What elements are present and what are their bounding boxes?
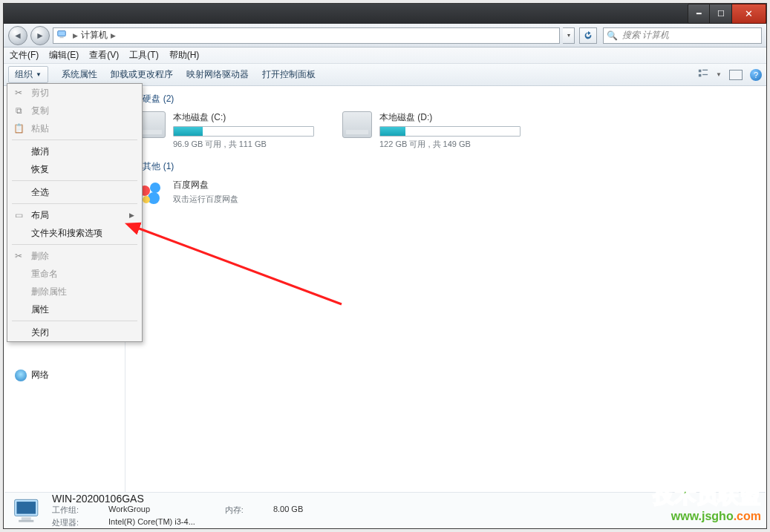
svg-rect-4	[699, 74, 702, 77]
tool-map-network-drive[interactable]: 映射网络驱动器	[186, 68, 249, 81]
other-item-label: 百度网盘	[173, 179, 238, 191]
section-hard-disks: ▴ 硬盘 (2)	[136, 93, 755, 105]
sidebar-item-network[interactable]: 网络	[4, 367, 125, 384]
workgroup-value: WorkGroup	[108, 505, 195, 516]
content-pane: ▴ 硬盘 (2) 本地磁盘 (C:) 96.9 GB 可用 , 共 111 GB…	[125, 87, 766, 492]
address-dropdown-button[interactable]: ▾	[563, 27, 575, 44]
chevron-down-icon: ▼	[36, 71, 42, 78]
organize-button[interactable]: 组织 ▼	[8, 66, 48, 83]
copy-icon: ⧉	[12, 105, 25, 116]
workgroup-key: 工作组:	[52, 505, 79, 516]
hostname: WIN-20200106GAS	[52, 493, 303, 505]
breadcrumb-segment[interactable]: 计算机	[81, 29, 108, 42]
svg-rect-2	[699, 70, 702, 73]
menu-item[interactable]: 文件夹和搜索选项	[7, 224, 142, 242]
nav-forward-button[interactable]: ►	[30, 26, 50, 45]
menu-tools[interactable]: 工具(T)	[129, 49, 158, 62]
computer-icon	[56, 29, 67, 42]
menu-edit[interactable]: 编辑(E)	[49, 49, 79, 62]
memory-value: 8.00 GB	[273, 505, 303, 516]
help-button[interactable]: ?	[750, 69, 762, 81]
minimize-button[interactable]: ━	[688, 4, 710, 24]
svg-rect-0	[58, 31, 66, 36]
usage-bar	[173, 126, 314, 137]
menu-item-label: 剪切	[31, 87, 49, 99]
computer-large-icon	[12, 496, 45, 525]
network-icon	[15, 370, 27, 381]
menu-item-label: 全选	[31, 186, 49, 199]
menu-item-label: 删除属性	[31, 286, 67, 298]
menu-file[interactable]: 文件(F)	[10, 49, 39, 62]
submenu-arrow-icon: ▶	[129, 211, 134, 219]
search-icon: 🔍	[607, 30, 618, 41]
menu-item: ✂删除	[7, 247, 142, 265]
menu-item[interactable]: 撤消	[7, 142, 142, 160]
drive-c[interactable]: 本地磁盘 (C:) 96.9 GB 可用 , 共 111 GB	[136, 111, 329, 150]
drive-label: 本地磁盘 (C:)	[173, 111, 329, 124]
watermark-title: 技术员联盟	[653, 482, 761, 510]
tool-uninstall-program[interactable]: 卸载或更改程序	[111, 68, 173, 81]
nav-back-button[interactable]: ◄	[8, 26, 27, 45]
drive-label: 本地磁盘 (D:)	[379, 111, 535, 124]
menu-item: 重命名	[7, 265, 142, 283]
close-button[interactable]: ✕	[732, 4, 766, 24]
svg-point-7	[150, 183, 160, 193]
paste-icon: 📋	[12, 123, 25, 134]
drive-sub: 122 GB 可用 , 共 149 GB	[379, 139, 535, 150]
menu-item[interactable]: 属性	[7, 301, 142, 318]
menu-item: 删除属性	[7, 283, 142, 301]
search-input[interactable]: 🔍 搜索 计算机	[603, 27, 762, 44]
menu-item[interactable]: 恢复	[7, 160, 142, 178]
menu-item-label: 属性	[31, 303, 49, 316]
maximize-button[interactable]: ☐	[710, 4, 732, 24]
other-baidu-netdisk[interactable]: 百度网盘 双击运行百度网盘	[136, 179, 755, 208]
view-mode-button[interactable]	[698, 68, 708, 81]
search-placeholder: 搜索 计算机	[622, 29, 669, 42]
svg-rect-13	[19, 519, 33, 522]
menu-help[interactable]: 帮助(H)	[169, 49, 200, 62]
cpu-value: Intel(R) Core(TM) i3-4...	[108, 517, 195, 528]
section-other: ▴ 其他 (1)	[136, 160, 755, 173]
svg-rect-12	[22, 517, 31, 520]
chevron-right-icon: ▶	[108, 32, 119, 39]
watermark-url: www.jsgho.com	[653, 510, 761, 523]
delete-icon: ✂	[12, 251, 25, 261]
usage-bar	[379, 126, 521, 137]
address-bar[interactable]: ▶ 计算机 ▶	[53, 27, 560, 44]
menu-item: 📋粘贴	[7, 119, 142, 137]
chevron-right-icon: ▶	[70, 32, 81, 39]
watermark: 技术员联盟 www.jsgho.com	[653, 482, 761, 523]
menubar: 文件(F) 编辑(E) 查看(V) 工具(T) 帮助(H)	[4, 47, 766, 64]
preview-pane-button[interactable]	[729, 70, 743, 80]
menu-view[interactable]: 查看(V)	[89, 49, 119, 62]
cut-icon: ✂	[12, 88, 25, 98]
menu-item: ✂剪切	[7, 84, 142, 102]
menu-item-label: 关闭	[31, 326, 49, 339]
layout-icon: ▭	[12, 210, 25, 220]
menu-item-label: 重命名	[31, 268, 58, 280]
refresh-button[interactable]	[579, 27, 597, 44]
svg-rect-3	[702, 70, 708, 70]
menu-item-label: 文件夹和搜索选项	[31, 227, 102, 240]
tool-system-properties[interactable]: 系统属性	[62, 68, 97, 81]
menu-item[interactable]: 全选	[7, 183, 142, 201]
menu-item[interactable]: ▭布局▶	[7, 206, 142, 224]
organize-dropdown: ✂剪切⧉复制📋粘贴撤消恢复全选▭布局▶文件夹和搜索选项✂删除重命名删除属性属性关…	[7, 83, 143, 342]
svg-rect-11	[16, 502, 36, 514]
menu-item-label: 粘贴	[31, 122, 49, 135]
drive-icon	[342, 111, 372, 138]
other-item-sub: 双击运行百度网盘	[173, 194, 238, 205]
menu-item[interactable]: 关闭	[7, 324, 142, 341]
svg-rect-1	[59, 37, 63, 39]
titlebar: ━ ☐ ✕	[4, 4, 766, 24]
svg-point-9	[143, 196, 150, 203]
nav-row: ◄ ► ▶ 计算机 ▶ ▾ 🔍 搜索 计算机	[4, 24, 766, 47]
chevron-down-icon[interactable]: ▼	[716, 71, 722, 78]
drive-d[interactable]: 本地磁盘 (D:) 122 GB 可用 , 共 149 GB	[342, 111, 535, 150]
cpu-key: 处理器:	[52, 517, 79, 528]
menu-item-label: 复制	[31, 105, 49, 117]
tool-open-control-panel[interactable]: 打开控制面板	[262, 68, 316, 81]
menu-item-label: 撤消	[31, 145, 49, 158]
menu-item-label: 删除	[31, 250, 49, 263]
svg-rect-5	[702, 74, 708, 75]
